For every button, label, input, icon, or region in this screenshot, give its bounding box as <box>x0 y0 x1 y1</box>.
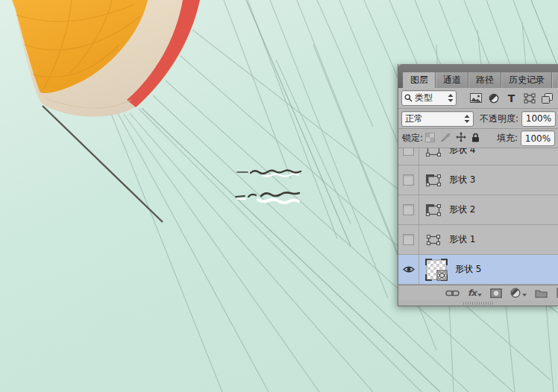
updown-arrows-icon <box>464 115 470 123</box>
fill-value: 100% <box>525 133 551 144</box>
hidden-eye-box <box>403 234 414 245</box>
opacity-label: 不透明度: <box>480 113 518 125</box>
layer-name: 形状 2 <box>449 203 475 216</box>
filter-kind-select[interactable]: 类型 <box>401 90 457 106</box>
visibility-toggle[interactable] <box>398 225 419 254</box>
shape-layer-filter-icon[interactable] <box>521 91 538 106</box>
shape-layer-icon <box>424 203 442 218</box>
dropdown-caret-icon <box>522 294 527 297</box>
layer-row-shape-2[interactable]: 形状 2 <box>398 195 558 225</box>
photoshop-workspace: 图层 通道 路径 历史记录 动作 类型 <box>0 0 558 392</box>
layer-row-shape-3[interactable]: 形状 3 <box>398 165 558 195</box>
tab-actions[interactable]: 动作 <box>552 72 558 88</box>
filter-kind-value: 类型 <box>415 92 433 104</box>
panel-tab-bar: 图层 通道 路径 历史记录 动作 <box>398 64 558 88</box>
layer-row-shape-1[interactable]: 形状 1 <box>398 225 558 255</box>
blend-mode-select[interactable]: 正常 <box>401 111 474 127</box>
layer-name: 形状 3 <box>449 174 475 186</box>
visibility-toggle[interactable] <box>398 165 419 195</box>
grip-dots-icon <box>463 302 495 305</box>
lock-label: 锁定: <box>402 132 423 145</box>
new-adjustment-layer-icon[interactable] <box>510 288 527 298</box>
blend-mode-value: 正常 <box>405 113 423 125</box>
layers-panel-footer: fx <box>398 285 558 300</box>
tab-paths[interactable]: 路径 <box>468 72 501 88</box>
tab-layers[interactable]: 图层 <box>403 72 436 88</box>
new-group-folder-icon[interactable] <box>535 288 548 298</box>
eye-icon <box>403 265 415 274</box>
hidden-eye-box <box>403 204 414 215</box>
visibility-toggle[interactable] <box>398 148 419 165</box>
add-layer-mask-icon[interactable] <box>490 288 502 298</box>
pixel-layer-filter-icon[interactable] <box>467 91 484 106</box>
hidden-eye-box <box>403 148 414 156</box>
lock-position-icon[interactable] <box>456 132 466 145</box>
layer-name: 形状 5 <box>455 263 481 276</box>
tab-history[interactable]: 历史记录 <box>501 72 552 88</box>
layers-panel: 图层 通道 路径 历史记录 动作 类型 <box>398 64 558 306</box>
blend-mode-row: 正常 不透明度: 100% <box>398 109 558 129</box>
updown-arrows-icon <box>448 94 454 102</box>
shape-layer-icon <box>424 233 442 247</box>
layer-row-shape-4[interactable]: 形状 4 <box>398 148 558 165</box>
visibility-toggle[interactable] <box>398 255 419 284</box>
lock-row: 锁定: <box>398 129 558 148</box>
layer-filter-row: 类型 T <box>398 88 558 109</box>
layer-thumbnail[interactable] <box>424 258 448 282</box>
lock-all-icon[interactable] <box>471 133 480 145</box>
lock-transparency-icon[interactable] <box>425 133 435 145</box>
panel-resize-grip[interactable] <box>398 300 558 306</box>
shape-layer-icon <box>424 148 442 158</box>
lock-pixels-icon[interactable] <box>440 133 451 145</box>
layer-row-shape-5-selected[interactable]: 形状 5 <box>398 255 558 285</box>
shape-layer-icon <box>424 173 442 188</box>
tab-channels[interactable]: 通道 <box>436 72 468 88</box>
vector-shape-badge <box>437 271 447 280</box>
layers-list: 形状 4 形状 3 <box>398 148 558 285</box>
smart-object-filter-icon[interactable] <box>539 91 556 106</box>
layer-name: 形状 1 <box>449 233 475 246</box>
opacity-input[interactable]: 100% <box>521 111 556 127</box>
search-icon <box>404 94 413 102</box>
link-layers-icon[interactable] <box>445 289 460 297</box>
layer-style-fx-icon[interactable]: fx <box>468 288 482 298</box>
hidden-eye-box <box>403 174 414 186</box>
opacity-value: 100% <box>526 113 551 124</box>
fill-input[interactable]: 100% <box>521 130 555 146</box>
adjustment-layer-filter-icon[interactable] <box>485 91 502 106</box>
type-layer-filter-icon[interactable]: T <box>503 91 520 106</box>
dropdown-caret-icon <box>477 294 482 297</box>
layer-name: 形状 4 <box>449 148 475 157</box>
fill-label: 填充: <box>497 132 518 145</box>
visibility-toggle[interactable] <box>398 195 419 224</box>
